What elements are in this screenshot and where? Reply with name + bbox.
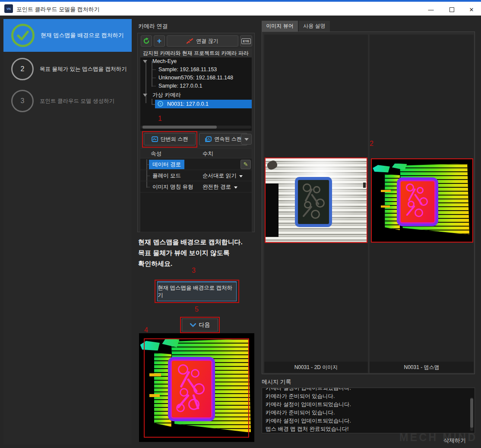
property-row-play-mode[interactable]: 플레이 모드 순서대로 읽기 bbox=[140, 170, 252, 181]
log-line: 뎁스 배경 맵 캡처 완료되었습니다! bbox=[266, 425, 475, 433]
camera-section-title: 카메라 연결 bbox=[138, 22, 168, 30]
caption-depth-map: N0031 - 뎁스맵 bbox=[370, 362, 474, 373]
continuous-scan-icon bbox=[205, 136, 212, 142]
step-3-generate-model[interactable]: 3 포인트 클라우드 모델 생성하기 bbox=[3, 87, 132, 115]
log-line: 카메라가 준비되어 있습니다. bbox=[266, 392, 475, 401]
camera-icon bbox=[158, 101, 163, 107]
log-line: 카메라 설정이 업데이트되었습니다. bbox=[266, 388, 475, 392]
tree-item-label: Sample: 192.168.11.153 bbox=[158, 66, 217, 74]
log-vscrollbar[interactable] bbox=[470, 398, 473, 431]
2d-dark-block bbox=[266, 183, 278, 237]
depth-map-image[interactable] bbox=[371, 158, 473, 243]
annotation-5: 5 bbox=[195, 306, 199, 313]
tab-usage-instructions[interactable]: 사용 설명 bbox=[299, 21, 330, 32]
edit-path-button[interactable]: ✎ bbox=[240, 160, 251, 169]
add-camera-button[interactable]: + bbox=[154, 35, 165, 47]
next-button[interactable]: 다음 bbox=[182, 319, 218, 331]
tab-image-viewer-label: 이미지 뷰어 bbox=[266, 22, 293, 30]
delete-log-button[interactable]: 삭제하기 bbox=[435, 435, 474, 446]
eye-viewer-button[interactable]: EYE bbox=[240, 35, 252, 47]
instruction-line-1: 현재 뎁스맵을 배경으로 캡처합니다. bbox=[138, 237, 255, 247]
next-label: 다음 bbox=[199, 321, 210, 329]
continuous-scan-button[interactable]: 연속된 스캔 bbox=[199, 133, 247, 145]
tree-item-label: N0031: 127.0.0.1 bbox=[167, 100, 209, 108]
message-log-lines: 카메라 설정이 업데이트되었습니다. 카메라가 준비되어 있습니다. 카메라 설… bbox=[266, 388, 475, 433]
step-3-number: 3 bbox=[11, 90, 34, 112]
property-row-data-path[interactable]: 데이터 경로 ✎ bbox=[140, 159, 252, 170]
tree-group-virtual-camera[interactable]: 가상 카메라 bbox=[140, 91, 252, 99]
instruction-line-2: 목표 물체가 뷰에 보이지 않도록 bbox=[138, 247, 255, 258]
broken-link-icon bbox=[187, 38, 193, 44]
camera-list[interactable]: 감지된 카메라와 현재 프로젝트의 카메라 파라 Mech-Eye Sample… bbox=[140, 48, 252, 131]
chevron-down-icon bbox=[234, 186, 237, 189]
disconnect-button[interactable]: 연결 끊기 bbox=[167, 35, 238, 47]
message-log[interactable]: 카메라 설정이 업데이트되었습니다. 카메라가 준비되어 있습니다. 카메라 설… bbox=[262, 388, 475, 433]
annotation-2: 2 bbox=[370, 140, 373, 148]
message-log-title: 메시지 기록 bbox=[262, 378, 291, 386]
capture-background-button[interactable]: 현재 뎁스맵을 배경으로 캡처하기 bbox=[157, 281, 237, 301]
play-mode-label: 플레이 모드 bbox=[152, 170, 181, 181]
check-icon bbox=[14, 27, 32, 44]
depth-cyan-patch bbox=[373, 165, 390, 172]
tree-item-sample-153[interactable]: Sample: 192.168.11.153 bbox=[140, 66, 252, 74]
tab-usage-instructions-label: 사용 설명 bbox=[303, 22, 325, 30]
maximize-button[interactable] bbox=[445, 5, 459, 14]
tree-group-mech-eye[interactable]: Mech-Eye bbox=[140, 57, 252, 66]
value-col-header: 수치 bbox=[203, 149, 213, 158]
depth-bin bbox=[397, 177, 438, 226]
camera-list-hscrollbar[interactable] bbox=[141, 126, 251, 129]
minimize-button[interactable]: — bbox=[424, 5, 438, 14]
continuous-scan-label: 연속된 스캔 bbox=[214, 136, 241, 143]
collapse-triangle-icon[interactable] bbox=[143, 94, 147, 97]
tab-image-viewer[interactable]: 이미지 뷰어 bbox=[262, 21, 298, 32]
depth-ring bbox=[417, 187, 424, 194]
step-1-label: 현재 뎁스맵을 배경으로 캡처하기 bbox=[41, 32, 124, 39]
step-2-label: 목표 물체가 있는 뎁스맵을 캡처하기 bbox=[40, 65, 127, 73]
tree-item-sample-127[interactable]: Sample: 127.0.0.1 bbox=[140, 82, 252, 90]
tree-group-label: 가상 카메라 bbox=[152, 91, 181, 99]
step-1-capture-background[interactable]: 현재 뎁스맵을 배경으로 캡처하기 bbox=[3, 19, 132, 52]
data-path-label[interactable]: 데이터 경로 bbox=[149, 160, 184, 169]
2d-edge-mark bbox=[363, 183, 366, 188]
tree-item-unknown5705[interactable]: Unknown5705: 192.168.11.148 bbox=[140, 74, 252, 82]
log-line: 카메라 설정이 업데이트되었습니다. bbox=[266, 417, 475, 425]
step-3-label: 포인트 클라우드 모델 생성하기 bbox=[40, 97, 114, 105]
play-mode-value[interactable]: 순서대로 읽기 bbox=[203, 170, 243, 181]
2d-image[interactable] bbox=[265, 158, 367, 243]
vscrollbar-thumb[interactable] bbox=[470, 398, 473, 428]
property-row-image-name-type[interactable]: 이미지 명칭 유형 완전한 경로 bbox=[140, 181, 252, 192]
app-window: VN 포인트 클라우드 모델을 캡처하기 — ✕ 현재 뎁스맵을 배경으로 캡처… bbox=[0, 0, 481, 448]
depth-ring bbox=[415, 208, 423, 217]
image-name-type-selected: 완전한 경로 bbox=[203, 184, 231, 190]
refresh-icon bbox=[143, 38, 150, 44]
log-line: 카메라 설정이 업데이트되었습니다. bbox=[266, 401, 475, 409]
step-1-check-circle bbox=[11, 24, 35, 47]
hscrollbar-thumb[interactable] bbox=[142, 126, 217, 129]
close-button[interactable]: ✕ bbox=[465, 5, 478, 14]
eye-icon: EYE bbox=[241, 38, 250, 44]
window-title: 포인트 클라우드 모델을 캡처하기 bbox=[16, 6, 100, 13]
depth-yellow-bar bbox=[381, 205, 390, 208]
chevron-down-icon bbox=[190, 323, 196, 327]
annotation-1: 1 bbox=[158, 115, 162, 123]
app-icon: VN bbox=[4, 4, 13, 13]
depth-map-render bbox=[372, 159, 472, 242]
step-2-capture-target[interactable]: 2 목표 물체가 있는 뎁스맵을 캡처하기 bbox=[3, 55, 132, 83]
refresh-camera-button[interactable] bbox=[141, 35, 152, 47]
titlebar[interactable]: VN 포인트 클라우드 모델을 캡처하기 — ✕ bbox=[0, 2, 481, 16]
image-name-type-value[interactable]: 완전한 경로 bbox=[203, 181, 237, 192]
scan-options-dropdown-button[interactable] bbox=[241, 134, 252, 145]
instruction-text: 현재 뎁스맵을 배경으로 캡처합니다. 목표 물체가 뷰에 보이지 않도록 확인… bbox=[138, 237, 255, 269]
depth-cyan-patch bbox=[392, 164, 407, 170]
2d-ring bbox=[313, 186, 320, 193]
collapse-triangle-icon[interactable] bbox=[143, 60, 147, 63]
chevron-down-icon bbox=[244, 138, 249, 141]
tree-item-label: Sample: 127.0.0.1 bbox=[158, 82, 202, 90]
depth-map-preview bbox=[139, 333, 254, 442]
property-table: 속성 수치 데이터 경로 ✎ 플레이 모드 순서대로 읽기 이미지 명칭 유형 … bbox=[140, 148, 252, 232]
log-line: 카메라가 준비되어 있습니다. bbox=[266, 409, 475, 417]
tree-item-n0031-selected[interactable]: N0031: 127.0.0.1 bbox=[155, 100, 252, 108]
annotation-rect-4 bbox=[144, 338, 249, 438]
camera-list-header: 감지된 카메라와 현재 프로젝트의 카메라 파라 bbox=[140, 49, 252, 57]
delete-log-label: 삭제하기 bbox=[443, 437, 466, 445]
